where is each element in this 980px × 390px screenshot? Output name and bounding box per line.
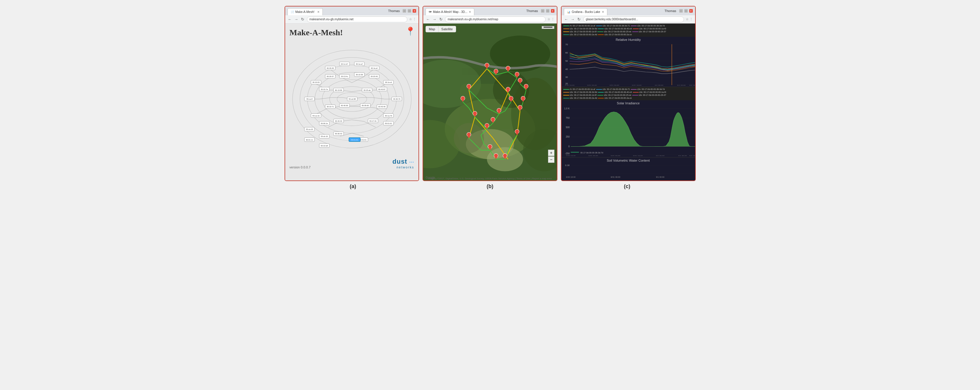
svg-text:20: 20 [565, 82, 568, 85]
svg-text:8/30 16:00: 8/30 16:00 [566, 155, 576, 156]
back-btn-c[interactable]: ← [564, 17, 568, 22]
dust-logo-sub: networks [392, 165, 414, 169]
minimize-btn-a[interactable]: ─ [402, 9, 406, 13]
reload-btn-b[interactable]: ↻ [439, 17, 443, 22]
zoom-out-btn[interactable]: − [548, 157, 554, 163]
toolbar-icons-a: ☆ ⋮ [409, 18, 416, 21]
maximize-btn-b[interactable]: □ [546, 9, 549, 13]
svg-marker-166 [516, 75, 519, 78]
svg-text:30-10-7a: 30-10-7a [321, 88, 328, 90]
svg-text:500: 500 [566, 126, 570, 129]
content-area-a: 📍 Make-A-Mesh! [285, 24, 419, 181]
map-pins-svg [423, 24, 557, 181]
address-input-c[interactable]: glaser.berkeley.edu:3000/dashboard/d... [583, 16, 684, 22]
menu-icon-b[interactable]: ⋮ [551, 18, 554, 21]
legend-item-l2-1: s3x: 00-17-0d-00-00-38-3d-71 [596, 88, 630, 90]
forward-btn-b[interactable]: → [432, 17, 437, 22]
legend-item-10: s3x: 00-17-0d-00-00-60-2a-ce [598, 34, 632, 35]
menu-icon-a[interactable]: ⋮ [413, 18, 416, 21]
menu-icon-c[interactable]: ⋮ [690, 18, 693, 21]
svg-text:60-1c-b7: 60-1c-b7 [341, 63, 348, 65]
svg-marker-198 [504, 157, 507, 159]
back-btn-a[interactable]: ← [288, 17, 292, 22]
svg-text:0.30: 0.30 [565, 164, 570, 167]
close-tab-c[interactable]: ✕ [602, 10, 604, 13]
window-controls-a: ─ □ ✕ [402, 9, 416, 13]
svg-text:750: 750 [566, 117, 570, 119]
legend-item-0: rh: 00-17-0d-00-00-60-1e-af [563, 25, 595, 27]
panel-chart-soil[interactable]: 0.30 8/30 16:00 8/31 08:00 9/1 00:00 [562, 163, 695, 179]
svg-marker-184 [519, 109, 522, 111]
svg-marker-160 [485, 66, 488, 69]
solar-chart-svg: 1.0 K 750 500 250 0 -250 [562, 105, 695, 156]
forward-btn-c[interactable]: → [570, 17, 575, 22]
legend-item-l2-7: s3x: 00-17-0d-00-00-60-25-ee [597, 94, 631, 96]
url-text-b: makeamesh.eu-gb.mybluemix.net/map [447, 18, 498, 21]
close-btn-c[interactable]: ✕ [689, 9, 693, 13]
forward-btn-a[interactable]: → [294, 17, 299, 22]
map-type-toolbar: Map Satellite [426, 26, 456, 32]
legend-item-l2-3: s3x: 00-17-0d-00-00-38-3d-9d [563, 91, 597, 93]
svg-text:55-05-60: 55-05-60 [361, 105, 369, 106]
reload-btn-a[interactable]: ↻ [301, 17, 305, 22]
svg-text:8/31 00:00: 8/31 00:00 [588, 155, 598, 156]
svg-text:30-1a-a7: 30-1a-a7 [356, 63, 363, 65]
bookmark-icon-b[interactable]: ☆ [547, 18, 550, 21]
legend-color-l2-10 [598, 98, 604, 99]
legend-color-l2-0 [563, 89, 569, 90]
caption-b: (b) [422, 184, 558, 190]
legend-color-l2-3 [563, 92, 569, 93]
location-icon: 📍 [405, 26, 415, 36]
legend-color-7 [597, 32, 603, 32]
panel-chart-rh[interactable]: 70 60 50 40 30 20 [562, 42, 695, 86]
map-btn-satellite[interactable]: Satellite [439, 26, 456, 32]
svg-text:60-1e-af: 60-1e-af [385, 82, 392, 83]
tab-c[interactable]: 📊 Grafana - Bucks Lake ✕ [564, 8, 607, 15]
legend-color-l2-7 [597, 95, 603, 96]
svg-text:30-30-79: 30-30-79 [393, 98, 400, 100]
panel-chart-solar[interactable]: 1.0 K 750 500 250 0 -250 [562, 105, 695, 156]
caption-c: (c) [558, 184, 696, 190]
tab-b[interactable]: 🗺 Make-A-Mesh! Map - 3D... ✕ [426, 8, 474, 15]
maximize-btn-a[interactable]: □ [407, 9, 411, 13]
bookmark-icon-c[interactable]: ☆ [686, 18, 689, 21]
close-tab-a[interactable]: ✕ [317, 10, 320, 13]
mesh-diagram: 60-29-46 60-1c-b7 30-1a-a7 60-1e-af 30-1… [290, 43, 414, 155]
legend-item-l2-5: s3x: 00-17-0d-00-00-60-1a-f0 [633, 91, 666, 93]
address-input-b[interactable]: makeamesh.eu-gb.mybluemix.net/map [445, 16, 546, 22]
legend-color-l2-1 [596, 89, 602, 90]
address-bar-row-a: ← → ↻ makeamesh.eu-gb.mybluemix.net ☆ ⋮ [285, 15, 419, 24]
maximize-btn-c[interactable]: □ [684, 9, 688, 13]
zoom-in-btn[interactable]: + [548, 150, 554, 156]
map-btn-map[interactable]: Map [426, 26, 438, 32]
close-btn-a[interactable]: ✕ [413, 9, 416, 13]
bookmark-icon-a[interactable]: ☆ [409, 18, 412, 21]
user-name-b: Thomas [526, 9, 538, 13]
address-input-a[interactable]: makeamesh.eu-gb.mybluemix.net [307, 16, 407, 22]
back-btn-b[interactable]: ← [426, 17, 430, 22]
legend-item-l2-9: s3x: 00-17-0d-00-00-60-2a-4d [563, 97, 597, 99]
svg-marker-168 [507, 91, 509, 93]
legend-label-6: s3x: 00-17-0d-00-00-60-1d-0f [570, 30, 597, 33]
svg-text:55-01-61: 55-01-61 [385, 123, 392, 124]
svg-text:30-1a-79: 30-1a-79 [385, 115, 392, 117]
svg-text:9/1 00:00: 9/1 00:00 [656, 176, 665, 178]
svg-text:60-13-86: 60-13-86 [335, 90, 342, 91]
grafana-content: rh: 00-17-0d-00-00-60-1e-af s3x: 00-17-0… [562, 24, 695, 181]
tab-strip-c: 📊 Grafana - Bucks Lake ✕ [564, 6, 663, 15]
minimize-btn-b[interactable]: ─ [541, 9, 544, 13]
legend-label-2: s3x: 00-17-0d-00-00-38-3d-7d [637, 25, 665, 27]
tab-a[interactable]: 📄 Make-A-Mesh! ✕ [288, 8, 323, 15]
close-tab-b[interactable]: ✕ [469, 10, 471, 13]
reload-btn-c[interactable]: ↻ [577, 17, 581, 22]
toolbar-icons-b: ☆ ⋮ [547, 18, 554, 21]
svg-text:60-40-87: 60-40-87 [378, 88, 386, 90]
legend-item-l2-6: s3x: 00-17-0d-00-00-60-1d-0f [563, 94, 597, 96]
close-btn-b[interactable]: ✕ [551, 9, 554, 13]
grafana-panel-soil: Soil Volumetric Water Content 0.30 [562, 158, 695, 180]
grafana-panel-rh: Relative Humidity 70 60 50 40 30 20 [562, 37, 695, 87]
legend-item-6: s3x: 00-17-0d-00-00-60-1d-0f [563, 30, 597, 33]
legend-label-8: s3x: 00-17-0d-00-00-60-29-37 [639, 30, 666, 33]
minimize-btn-c[interactable]: ─ [679, 9, 683, 13]
legend-label-l2-1: s3x: 00-17-0d-00-00-38-3d-71 [603, 88, 630, 90]
